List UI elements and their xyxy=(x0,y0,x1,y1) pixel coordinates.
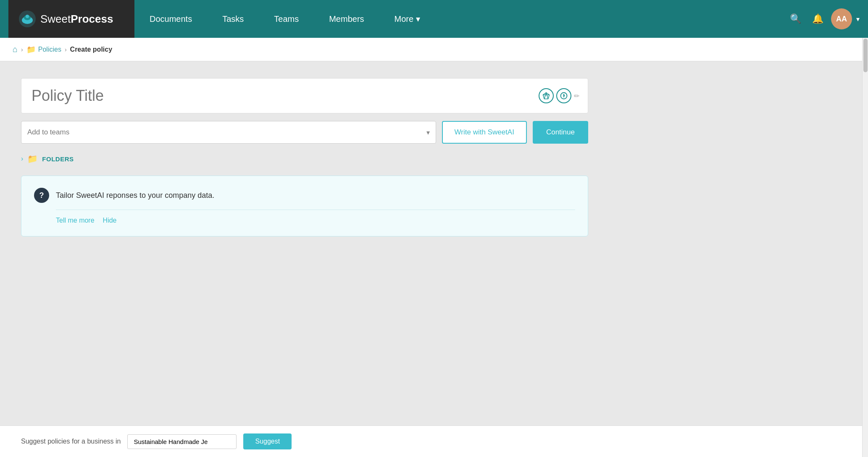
bell-icon: 🔔 xyxy=(812,13,823,24)
continue-button[interactable]: Continue xyxy=(533,121,588,144)
suggest-label-text: Suggest policies for a business in xyxy=(21,438,121,445)
navbar: SweetProcess Documents Tasks Teams Membe… xyxy=(0,0,868,38)
teams-select-input[interactable] xyxy=(27,128,426,137)
teams-select-wrapper[interactable]: ▾ xyxy=(21,121,436,144)
brand-logo-icon xyxy=(18,10,36,28)
scrollbar-thumb[interactable] xyxy=(863,39,868,72)
sweetai-question-icon: ? xyxy=(34,188,49,203)
grammarly-icon xyxy=(560,92,568,100)
avatar[interactable]: AA xyxy=(831,8,852,29)
sweetai-banner-links: Tell me more Hide xyxy=(34,217,575,224)
more-chevron-icon: ▾ xyxy=(416,14,420,24)
policy-title-input[interactable] xyxy=(32,87,539,105)
title-icons: ✏ xyxy=(539,88,579,103)
notifications-button[interactable]: 🔔 xyxy=(809,10,827,28)
gem-icon xyxy=(542,92,550,100)
hide-link[interactable]: Hide xyxy=(103,217,117,224)
business-name-input[interactable] xyxy=(127,434,237,449)
tell-me-more-link[interactable]: Tell me more xyxy=(56,217,95,224)
nav-documents[interactable]: Documents xyxy=(134,0,207,38)
scrollbar-track[interactable] xyxy=(862,38,868,457)
gem-icon-button[interactable] xyxy=(539,88,554,103)
policies-folder-icon: 📁 xyxy=(26,45,36,54)
suggest-button[interactable]: Suggest xyxy=(243,433,292,449)
sweetai-banner-top: ? Tailor SweetAI reponses to your compan… xyxy=(34,188,575,203)
breadcrumb-current: Create policy xyxy=(70,46,112,53)
breadcrumb: ⌂ › 📁 Policies › Create policy xyxy=(0,38,868,61)
nav-more[interactable]: More ▾ xyxy=(379,0,436,38)
nav-teams[interactable]: Teams xyxy=(259,0,314,38)
bottom-bar: Suggest policies for a business in Sugge… xyxy=(0,425,868,457)
navbar-links: Documents Tasks Teams Members More ▾ xyxy=(134,0,778,38)
folders-label: FOLDERS xyxy=(42,155,74,163)
svg-point-3 xyxy=(26,15,29,18)
brand: SweetProcess xyxy=(8,0,134,38)
sweetai-banner-text: Tailor SweetAI reponses to your company … xyxy=(56,191,214,200)
breadcrumb-policies-link[interactable]: 📁 Policies xyxy=(26,45,61,54)
teams-row: ▾ Write with SweetAI Continue xyxy=(21,121,588,144)
sweetai-divider xyxy=(56,210,575,210)
folders-icon: 📁 xyxy=(27,154,38,164)
nav-tasks[interactable]: Tasks xyxy=(207,0,259,38)
policy-title-wrapper: ✏ xyxy=(21,78,588,113)
pencil-icon: ✏ xyxy=(574,92,579,100)
breadcrumb-sep-2: › xyxy=(65,46,67,53)
search-button[interactable]: 🔍 xyxy=(786,10,805,28)
brand-text: SweetProcess xyxy=(40,13,113,26)
search-icon: 🔍 xyxy=(790,13,801,24)
nav-members[interactable]: Members xyxy=(314,0,379,38)
breadcrumb-sep-1: › xyxy=(21,46,23,53)
folders-expand-chevron-icon[interactable]: › xyxy=(21,155,23,163)
main-content: ✏ ▾ Write with SweetAI Continue › 📁 FOLD… xyxy=(0,61,609,266)
home-icon[interactable]: ⌂ xyxy=(13,45,18,54)
navbar-actions: 🔍 🔔 AA ▾ xyxy=(778,8,868,29)
sweetai-banner: ? Tailor SweetAI reponses to your compan… xyxy=(21,176,588,236)
grammarly-icon-button[interactable] xyxy=(556,88,571,103)
write-sweetai-button[interactable]: Write with SweetAI xyxy=(442,121,527,144)
svg-point-9 xyxy=(563,95,564,95)
teams-dropdown-chevron-icon[interactable]: ▾ xyxy=(426,129,430,137)
user-menu-chevron-icon[interactable]: ▾ xyxy=(856,15,860,23)
folders-row: › 📁 FOLDERS xyxy=(21,152,588,165)
